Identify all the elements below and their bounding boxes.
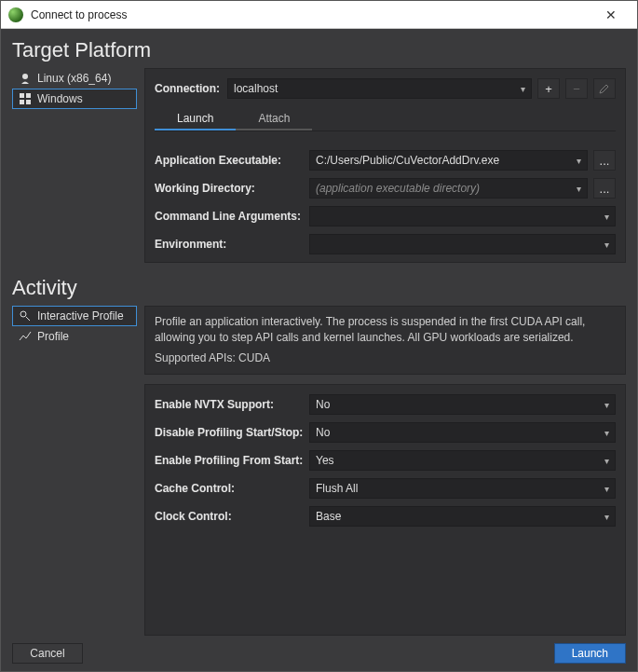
sidebar-item-windows[interactable]: Windows [12,89,137,109]
tab-attach[interactable]: Attach [236,108,312,130]
enable-profiling-value: Yes [316,454,334,467]
work-dir-placeholder: (application executable directory) [316,182,480,195]
svg-rect-4 [26,100,31,104]
windows-icon [19,92,32,105]
activity-section: Activity Interactive Profile Profile [12,276,626,636]
cancel-button[interactable]: Cancel [12,643,83,664]
app-exe-input[interactable]: C:/Users/Public/CuVectorAddDrv.exe ▾ [309,150,588,171]
svg-rect-1 [20,93,24,98]
close-icon[interactable]: ✕ [592,7,630,22]
interactive-profile-icon [19,309,32,322]
svg-point-5 [20,311,26,317]
minus-icon: − [573,82,580,96]
dialog-footer: Cancel Launch [12,643,626,664]
linux-icon [19,72,32,85]
chevron-down-icon: ▾ [521,84,525,94]
nvtx-value: No [316,398,330,411]
sidebar-item-label: Linux (x86_64) [37,72,111,85]
sidebar-item-label: Profile [37,330,69,343]
sidebar-item-interactive-profile[interactable]: Interactive Profile [12,306,137,326]
clock-control-select[interactable]: Base ▾ [309,506,616,527]
cache-control-select[interactable]: Flush All ▾ [309,478,616,499]
chevron-down-icon: ▾ [577,156,581,166]
enable-profiling-label: Enable Profiling From Start: [155,454,304,467]
disable-profiling-value: No [316,426,330,439]
dialog-window: Connect to process ✕ Target Platform Lin… [0,0,638,672]
plus-icon: + [545,82,552,96]
target-platform-panel: Connection: localhost ▾ + − Launch Attac… [144,68,626,263]
clock-control-row: Clock Control: Base ▾ [155,506,616,527]
app-exe-value: C:/Users/Public/CuVectorAddDrv.exe [316,154,499,167]
ellipsis-icon: ... [600,182,610,196]
add-connection-button[interactable]: + [537,78,560,99]
dialog-body: Target Platform Linux (x86_64) Windows [1,29,637,671]
chevron-down-icon: ▾ [604,400,609,410]
titlebar: Connect to process ✕ [1,1,637,29]
disable-profiling-select[interactable]: No ▾ [309,422,616,443]
activity-heading: Activity [12,276,626,300]
clock-control-label: Clock Control: [155,510,304,523]
sidebar-item-linux[interactable]: Linux (x86_64) [12,68,137,89]
cmd-args-row: Command Line Arguments: ▾ [155,206,616,226]
env-row: Environment: ▾ [155,234,616,254]
supported-apis: Supported APIs: CUDA [155,350,616,366]
app-exe-label: Application Executable: [155,154,304,167]
cache-control-row: Cache Control: Flush All ▾ [155,478,616,499]
window-title: Connect to process [31,8,592,21]
activity-sidebar: Interactive Profile Profile [12,306,137,636]
connection-row: Connection: localhost ▾ + − [155,78,616,99]
browse-work-dir-button[interactable]: ... [593,178,616,199]
chevron-down-icon: ▾ [604,240,609,250]
target-platform-row: Linux (x86_64) Windows Connection: local… [12,68,626,263]
nvtx-select[interactable]: No ▾ [309,394,616,415]
cache-control-label: Cache Control: [155,482,304,495]
app-exe-row: Application Executable: C:/Users/Public/… [155,150,616,171]
platform-sidebar: Linux (x86_64) Windows [12,68,137,263]
activity-row: Interactive Profile Profile Profile an a… [12,306,626,636]
chevron-down-icon: ▾ [604,484,609,494]
cmd-args-label: Command Line Arguments: [155,210,304,223]
edit-connection-button[interactable] [593,78,616,99]
activity-right: Profile an application interactively. Th… [144,306,626,636]
ellipsis-icon: ... [600,154,610,168]
nvtx-row: Enable NVTX Support: No ▾ [155,394,616,415]
launch-attach-tabs: Launch Attach [155,108,616,131]
svg-rect-3 [20,100,24,104]
env-input[interactable]: ▾ [309,234,616,254]
edit-icon [599,83,610,94]
activity-description: Profile an application interactively. Th… [155,314,616,347]
chevron-down-icon: ▾ [604,512,609,522]
chevron-down-icon: ▾ [604,428,609,438]
svg-line-6 [26,317,30,321]
target-platform-heading: Target Platform [12,38,626,62]
env-label: Environment: [155,238,304,251]
connection-select[interactable]: localhost ▾ [227,78,532,99]
work-dir-input[interactable]: (application executable directory) ▾ [309,178,588,199]
launch-button[interactable]: Launch [554,643,626,664]
app-icon [8,7,23,22]
connection-value: localhost [234,82,278,95]
disable-profiling-row: Disable Profiling Start/Stop: No ▾ [155,422,616,443]
cmd-args-input[interactable]: ▾ [309,206,616,226]
sidebar-item-label: Windows [37,92,83,105]
activity-description-panel: Profile an application interactively. Th… [144,306,626,375]
svg-point-0 [22,74,28,79]
profile-icon [19,330,32,343]
disable-profiling-label: Disable Profiling Start/Stop: [155,426,304,439]
enable-profiling-row: Enable Profiling From Start: Yes ▾ [155,450,616,471]
nvtx-label: Enable NVTX Support: [155,398,304,411]
enable-profiling-select[interactable]: Yes ▾ [309,450,616,471]
chevron-down-icon: ▾ [604,212,609,222]
sidebar-item-label: Interactive Profile [37,309,124,322]
connection-label: Connection: [155,82,222,95]
activity-options-panel: Enable NVTX Support: No ▾ Disable Profil… [144,384,626,636]
sidebar-item-profile[interactable]: Profile [12,326,137,347]
chevron-down-icon: ▾ [604,456,609,466]
cache-control-value: Flush All [316,482,358,495]
clock-control-value: Base [316,510,341,523]
remove-connection-button[interactable]: − [565,78,588,99]
work-dir-row: Working Directory: (application executab… [155,178,616,199]
tab-launch[interactable]: Launch [155,108,236,130]
browse-app-exe-button[interactable]: ... [593,150,616,171]
svg-rect-2 [26,93,31,98]
